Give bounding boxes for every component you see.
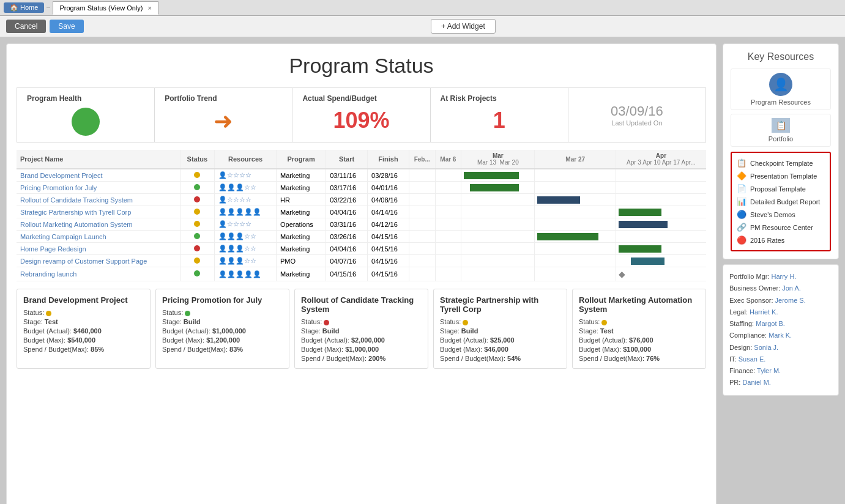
resource-item-budget[interactable]: 📊 Detailed Budget Report [737, 195, 825, 208]
table-row: Strategic Partnership with Tyrell Corp 👤… [17, 206, 706, 218]
project-card: Strategic Partnership with Tyrell Corp S… [433, 289, 567, 369]
program-resources-label: Program Resources [751, 98, 811, 106]
project-link[interactable]: Rebranding launch [20, 270, 76, 278]
col-apr3: AprApr 3 Apr 10 Apr 17 Apr... [616, 150, 706, 169]
page-title: Program Status [17, 54, 706, 78]
sidebar: Key Resources 👤 Program Resources 📋 Port… [723, 43, 839, 504]
proposal-icon: 📄 [737, 184, 746, 193]
project-link[interactable]: Brand Development Project [20, 172, 103, 179]
presentation-icon: 🔶 [737, 171, 746, 180]
col-project-name: Project Name [17, 150, 180, 169]
project-cards-row: Brand Development Project Status: Stage:… [17, 289, 706, 369]
portfolio-trend-label: Portfolio Trend [165, 94, 217, 103]
demos-label: Steve's Demos [750, 211, 795, 218]
key-resources-box: Key Resources 👤 Program Resources 📋 Port… [723, 43, 839, 259]
add-widget-button[interactable]: + Add Widget [431, 19, 496, 34]
card-title: Brand Development Project [23, 295, 144, 305]
portfolio-label: Portfolio [769, 135, 793, 143]
compliance-link[interactable]: Mark K. [769, 332, 792, 339]
finance-link[interactable]: Tyler M. [757, 367, 781, 374]
key-resources-title: Key Resources [731, 51, 831, 62]
rates-icon: 🔴 [737, 235, 746, 245]
project-link[interactable]: Strategic Partnership with Tyrell Corp [20, 209, 131, 216]
portfolio-icon: 📋 [772, 118, 790, 133]
tab-program-status[interactable]: Program Status (View Only) × [53, 1, 158, 15]
program-health-label: Program Health [27, 94, 81, 103]
resource-item-presentation[interactable]: 🔶 Presentation Template [737, 169, 825, 182]
resource-item-checkpoint[interactable]: 📋 Checkpoint Template [737, 157, 825, 169]
last-updated-date: 03/09/16 [611, 103, 663, 119]
col-mar27: Mar 27 [535, 150, 616, 169]
project-card: Rollout of Candidate Tracking System Sta… [294, 289, 428, 369]
at-risk-label: At Risk Projects [441, 94, 497, 103]
col-mar6: Mar 6 [435, 150, 461, 169]
staffing-link[interactable]: Margot B. [756, 320, 785, 327]
resource-item-pm-center[interactable]: 🔗 PM Resource Center [737, 221, 825, 234]
project-link[interactable]: Rollout Marketing Automation System [20, 221, 132, 228]
status-dot [194, 172, 200, 178]
pr-link[interactable]: Daniel M. [742, 379, 770, 386]
save-button[interactable]: Save [50, 20, 83, 33]
it-link[interactable]: Susan E. [739, 355, 766, 363]
rates-label: 2016 Rates [750, 237, 784, 244]
cancel-button[interactable]: Cancel [6, 20, 46, 33]
col-mar13: MarMar 13 Mar 20 [461, 150, 535, 169]
col-program: Program [277, 150, 326, 169]
metric-last-updated: 03/09/16 Last Updated On [568, 88, 705, 142]
card-title: Strategic Partnership with Tyrell Corp [440, 295, 560, 314]
pm-center-label: PM Resource Center [750, 224, 813, 231]
card-title: Pricing Promotion for July [162, 295, 283, 305]
highlighted-resources-box: 📋 Checkpoint Template 🔶 Presentation Tem… [731, 152, 831, 251]
table-row: Rebranding launch 👤👤👤👤👤 Marketing 04/15/… [17, 267, 706, 281]
metric-portfolio-trend: Portfolio Trend ➜ [155, 88, 292, 142]
presentation-label: Presentation Template [750, 172, 817, 180]
metrics-row: Program Health Portfolio Trend ➜ Actual … [17, 87, 706, 143]
project-card: Pricing Promotion for July Status: Stage… [155, 289, 289, 369]
card-title: Rollout of Candidate Tracking System [301, 295, 422, 314]
home-button[interactable]: 🏠 Home [4, 2, 44, 13]
portfolio-item[interactable]: 📋 Portfolio [731, 114, 831, 147]
trend-arrow-icon: ➜ [214, 108, 233, 135]
tab-close-icon[interactable]: × [148, 4, 152, 12]
checkpoint-icon: 📋 [737, 158, 746, 168]
metric-program-health: Program Health [17, 88, 155, 142]
last-updated-label: Last Updated On [611, 119, 662, 127]
tab-divider [47, 7, 50, 8]
actual-spend-label: Actual Spend/Budget [302, 94, 376, 103]
program-resources-icon: 👤 [769, 73, 792, 96]
design-link[interactable]: Sonia J. [754, 344, 778, 351]
portfolio-mgr-link[interactable]: Harry H. [771, 273, 796, 280]
col-finish: Finish [368, 150, 409, 169]
col-start: Start [326, 150, 368, 169]
table-row: Marketing Campaign Launch 👤👤👤☆☆ Marketin… [17, 231, 706, 243]
exec-sponsor-link[interactable]: Jerome S. [775, 297, 806, 304]
content-area: Program Status Program Health Portfolio … [6, 43, 717, 504]
checkpoint-label: Checkpoint Template [750, 160, 813, 167]
table-row: Design revamp of Customer Support Page 👤… [17, 255, 706, 267]
col-resources: Resources [215, 150, 277, 169]
budget-label: Detailed Budget Report [750, 198, 820, 206]
contacts-box: Portfolio Mgr: Harry H. Business Owner: … [723, 264, 839, 396]
project-link[interactable]: Marketing Campaign Launch [20, 233, 106, 240]
business-owner-link[interactable]: Jon A. [782, 284, 801, 292]
metric-actual-spend: Actual Spend/Budget 109% [292, 88, 430, 142]
table-row: Pricing Promotion for July 👤👤👤☆☆ Marketi… [17, 182, 706, 194]
metric-at-risk: At Risk Projects 1 [431, 88, 568, 142]
proposal-label: Proposal Template [750, 185, 806, 193]
resource-item-proposal[interactable]: 📄 Proposal Template [737, 182, 825, 195]
project-link[interactable]: Pricing Promotion for July [20, 184, 97, 191]
project-link[interactable]: Rollout of Candidate Tracking System [20, 196, 133, 204]
pm-center-icon: 🔗 [737, 223, 746, 232]
program-resources-item[interactable]: 👤 Program Resources [731, 69, 831, 110]
toolbar: Cancel Save + Add Widget [0, 16, 845, 37]
card-title: Rollout Marketing Automation System [579, 295, 699, 314]
demos-icon: 🔵 [737, 210, 746, 219]
legal-link[interactable]: Harriet K. [750, 308, 778, 316]
project-link[interactable]: Home Page Redesign [20, 245, 86, 253]
spend-budget-value: 109% [333, 108, 389, 133]
table-row: Rollout Marketing Automation System 👤☆☆☆… [17, 218, 706, 231]
budget-icon: 📊 [737, 197, 746, 206]
project-link[interactable]: Design revamp of Customer Support Page [20, 258, 147, 265]
resource-item-demos[interactable]: 🔵 Steve's Demos [737, 208, 825, 221]
resource-item-rates[interactable]: 🔴 2016 Rates [737, 234, 825, 246]
